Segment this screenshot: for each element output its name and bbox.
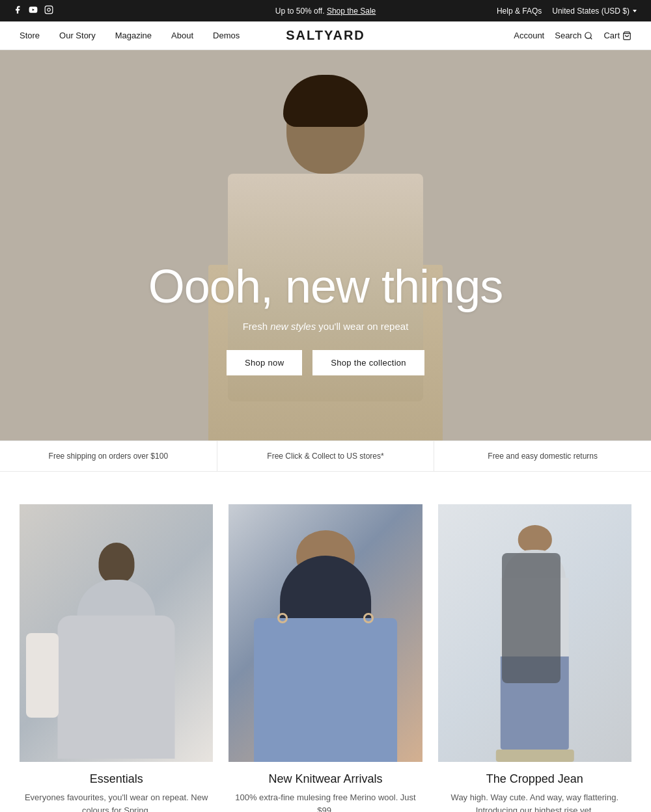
youtube-icon[interactable] (29, 5, 38, 16)
social-icons (13, 5, 53, 16)
instagram-icon[interactable] (44, 5, 53, 16)
product-image-cropped-jean (438, 504, 631, 762)
cart-link[interactable]: Cart (603, 31, 631, 40)
hero-subtitle: Fresh new styles you'll wear on repeat (148, 321, 503, 332)
nav-our-story[interactable]: Our Story (59, 31, 96, 40)
benefit-click-collect: Free Click & Collect to US stores* (217, 441, 435, 471)
product-image-essentials (20, 504, 213, 762)
announcement-bar: Up to 50% off. Shop the Sale Help & FAQs… (0, 0, 651, 21)
help-faq-link[interactable]: Help & FAQs (497, 7, 542, 16)
nav-magazine[interactable]: Magazine (115, 31, 152, 40)
main-header: Store Our Story Magazine About Demos SAL… (0, 21, 651, 50)
search-link[interactable]: Search (555, 31, 593, 40)
promo-text: Up to 50% off. Shop the Sale (275, 7, 376, 16)
product-desc-essentials: Everyones favourites, you'll wear on rep… (20, 791, 213, 812)
svg-point-3 (585, 32, 591, 38)
product-desc-cropped-jean: Way high. Way cute. And way, way flatter… (438, 791, 631, 812)
shop-now-button[interactable]: Shop now (227, 350, 302, 375)
product-image-knitwear (229, 504, 422, 762)
hero-buttons: Shop now Shop the collection (148, 350, 503, 375)
product-title-cropped-jean: The Cropped Jean (438, 772, 631, 786)
product-desc-knitwear: 100% extra-fine mulesing free Merino woo… (229, 791, 422, 812)
search-icon (584, 31, 593, 40)
benefit-shipping: Free shipping on orders over $100 (0, 441, 217, 471)
product-grid: Essentials Everyones favourites, you'll … (20, 504, 631, 812)
region-selector[interactable]: United States (USD $) (552, 7, 638, 16)
nav-demos[interactable]: Demos (213, 31, 240, 40)
nav-about[interactable]: About (171, 31, 193, 40)
nav-left: Store Our Story Magazine About Demos (20, 31, 240, 40)
hero-background-image (0, 50, 651, 440)
promo-link[interactable]: Shop the Sale (327, 7, 376, 16)
facebook-icon[interactable] (13, 5, 22, 16)
product-title-knitwear: New Knitwear Arrivals (229, 772, 422, 786)
nav-right: Account Search Cart (514, 31, 631, 40)
hero-section: Oooh, new things Fresh new styles you'll… (0, 50, 651, 440)
product-section: Essentials Everyones favourites, you'll … (0, 472, 651, 812)
benefit-returns: Free and easy domestic returns (434, 441, 651, 471)
product-card-knitwear[interactable]: New Knitwear Arrivals 100% extra-fine mu… (229, 504, 422, 812)
account-link[interactable]: Account (514, 31, 544, 40)
product-title-essentials: Essentials (20, 772, 213, 786)
product-card-essentials[interactable]: Essentials Everyones favourites, you'll … (20, 504, 213, 812)
site-logo[interactable]: SALTYARD (286, 28, 365, 43)
shop-collection-button[interactable]: Shop the collection (312, 350, 424, 375)
svg-rect-1 (45, 6, 53, 14)
nav-store[interactable]: Store (20, 31, 40, 40)
benefits-bar: Free shipping on orders over $100 Free C… (0, 440, 651, 472)
product-card-cropped-jean[interactable]: The Cropped Jean Way high. Way cute. And… (438, 504, 631, 812)
header-utility-links: Help & FAQs United States (USD $) (497, 7, 638, 16)
cart-icon (622, 31, 631, 40)
hero-content: Oooh, new things Fresh new styles you'll… (148, 260, 503, 375)
hero-title: Oooh, new things (148, 260, 503, 313)
chevron-down-icon (631, 8, 638, 14)
